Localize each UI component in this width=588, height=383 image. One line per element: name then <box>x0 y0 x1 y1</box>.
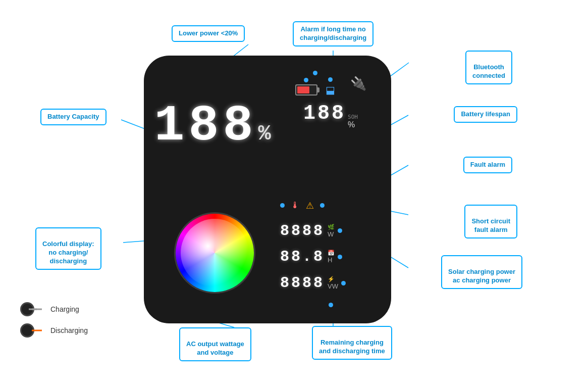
soh-label: SOH <box>348 114 358 120</box>
battery-lifespan-label: Battery lifespan <box>454 106 517 123</box>
legend-area: Charging Discharging <box>20 302 88 338</box>
bluetooth-icon: ⬓ <box>326 84 335 96</box>
calendar-icon: 📅 <box>328 250 335 256</box>
battery-percent-sign: % <box>258 123 275 145</box>
solar-icon: 🌿 <box>328 224 335 230</box>
battery-capacity-text: Battery Capacity <box>47 113 99 120</box>
discharging-legend: Discharging <box>20 323 88 338</box>
bt-dot-indicator <box>313 71 317 75</box>
seg-wattage-unit: 🌿 W <box>328 224 335 238</box>
discharging-label: Discharging <box>50 326 88 334</box>
short-circuit-text: Short circuit fault alarm <box>471 217 510 233</box>
discharging-icon <box>20 323 34 338</box>
device-display: 188 % <box>144 56 391 323</box>
bottom-dot <box>329 303 333 307</box>
hours-dot <box>338 255 342 259</box>
battery-fill <box>297 86 309 93</box>
color-wheel-section <box>154 192 275 313</box>
battery-capacity-label: Battery Capacity <box>40 109 106 125</box>
battery-dot-indicator <box>304 78 308 82</box>
colorful-display-label: Colorful display: no charging/ dischargi… <box>35 227 101 270</box>
voltage-dot <box>341 281 346 285</box>
lower-power-label: Lower power <20% <box>172 25 245 42</box>
seg-voltage-value: 8888 <box>280 274 325 292</box>
fault-alarm-label: Fault alarm <box>463 157 512 173</box>
alarm-long-time-label: Alarm if long time no charging/dischargi… <box>293 21 373 46</box>
battery-percent-section: 188 % <box>154 66 275 187</box>
colorful-display-text: Colorful display: no charging/ dischargi… <box>42 240 94 265</box>
hours-unit-label: H <box>328 256 332 264</box>
battery-percent-value: 188 <box>154 101 257 152</box>
soh-section: 188 SOH % <box>303 102 358 129</box>
seg-row-voltage: 8888 ⚡ VW <box>280 274 381 292</box>
short-circuit-label: Short circuit fault alarm <box>464 205 517 238</box>
seg-row-hours: 88.8 📅 H <box>280 248 381 265</box>
watt-dot <box>338 228 342 233</box>
status-icon-row: ⬓ 🔌 <box>295 71 366 96</box>
color-wheel <box>176 214 254 292</box>
device-right-top: ⬓ 🔌 188 SOH % <box>280 66 381 187</box>
seg-row-wattage: 8888 🌿 W <box>280 222 381 240</box>
battery-lifespan-text: Battery lifespan <box>461 110 510 118</box>
plug-icon: 🔌 <box>350 76 366 91</box>
seg-hours-value: 88.8 <box>280 248 325 265</box>
bt-indicator-dot <box>328 77 333 82</box>
alarm-long-time-text: Alarm if long time no charging/dischargi… <box>300 25 366 41</box>
seg-voltage-unit: ⚡ VW <box>328 276 338 290</box>
fault-dot <box>280 203 285 208</box>
fault-dot2 <box>320 203 325 208</box>
remaining-time-text: Remaining charging and discharging time <box>319 339 385 355</box>
charging-legend: Charging <box>20 302 88 316</box>
bluetooth-label: Bluetooth connected <box>465 51 512 84</box>
soh-unit: % <box>348 120 358 129</box>
charging-label: Charging <box>50 305 79 313</box>
fault-alarm-text: Fault alarm <box>470 161 505 168</box>
lower-power-text: Lower power <20% <box>179 29 238 37</box>
warning-icon: ⚠ <box>306 200 314 211</box>
bluetooth-text: Bluetooth connected <box>472 63 505 79</box>
segment-display-section: 🌡 ⚠ 8888 🌿 W 88.8 📅 H <box>280 192 381 313</box>
temperature-icon: 🌡 <box>291 200 300 211</box>
soh-value: 188 <box>303 102 346 125</box>
solar-charging-label: Solar charging power ac charging power <box>441 255 522 289</box>
remaining-time-label: Remaining charging and discharging time <box>312 326 392 360</box>
solar-charging-text: Solar charging power ac charging power <box>448 268 515 284</box>
fault-icon-row: 🌡 ⚠ <box>280 198 381 213</box>
ac-output-label: AC output wattage and voltage <box>179 327 251 361</box>
voltage-unit-label: VW <box>328 282 338 290</box>
voltage-icon: ⚡ <box>328 276 335 282</box>
battery-icon <box>295 84 317 95</box>
charging-icon <box>20 302 34 316</box>
seg-hours-unit: 📅 H <box>328 250 335 264</box>
seg-wattage-value: 8888 <box>280 222 325 240</box>
ac-output-text: AC output wattage and voltage <box>186 340 244 356</box>
wattage-unit-label: W <box>328 230 334 238</box>
